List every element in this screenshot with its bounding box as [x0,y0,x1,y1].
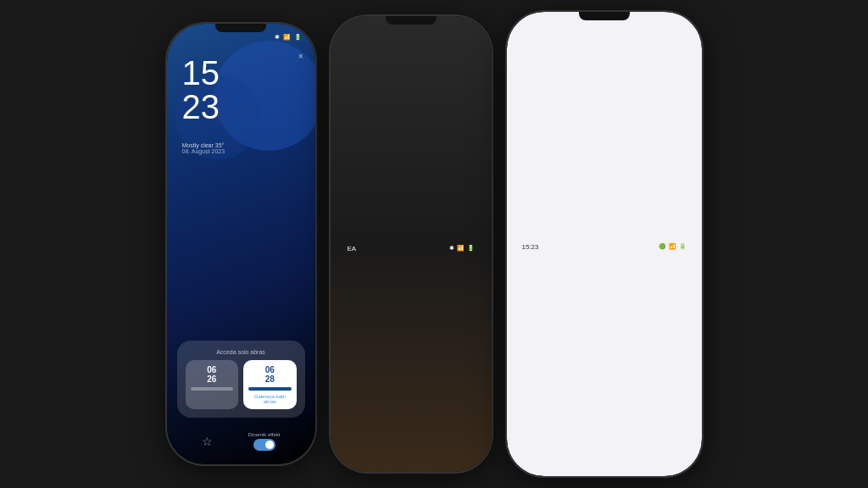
card2-label: Galereya kabi abras [248,394,292,404]
star-icon[interactable]: ☆ [202,435,213,448]
phone-lockscreen: ✱ 📶 🔋 × 15 23 Mostly clear 35° 08. Augus… [167,24,315,464]
card2-time: 06 [265,365,275,374]
card1-bar [191,387,234,391]
widget-card-2[interactable]: 06 28 Galereya kabi abras [243,360,297,409]
wifi-icon: 📶 [457,245,465,252]
dynamic-toggle[interactable] [253,439,275,451]
green-dot-icon: 🟢 [659,243,666,250]
settings-status-icons: 🟢 📶 🔋 [659,243,687,250]
widget-card-1[interactable]: 06 26 [186,360,239,409]
dynamic-label: Dinamik effekt [248,432,281,437]
close-icon: × [298,52,303,61]
card1-time: 06 [207,365,216,374]
weather-display: Mostly clear 35° 08. August 2023 [182,142,225,154]
widget-cards: 06 26 06 28 Galereya kabi abras [186,360,297,409]
lock-time-display: 15 23 [182,56,220,124]
dynamic-effect-control: Dinamik effekt [248,432,281,451]
settings-time: 15:23 [522,243,539,251]
phone-control-center: EA ✱ 📶 🔋 15:23 Tuesday, August 08 📅 📷 💧 … [331,16,492,472]
widget-panel: Acceda solo abras 06 26 06 28 Galereya k… [177,341,305,418]
bt-icon: ✱ [449,245,454,252]
settings-status-bar: 15:23 🟢 📶 🔋 [507,12,702,476]
cc-status-icons: ✱ 📶 🔋 [449,245,475,252]
weather-text: Mostly clear 35° [182,142,225,148]
widget-panel-title: Acceda solo abras [186,349,297,355]
hour-display: 15 [182,56,220,90]
date-text: 08. August 2023 [182,148,225,154]
card2-date: 28 [265,374,275,384]
card2-bar [248,387,292,391]
wifi-settings-icon: 📶 [669,243,676,250]
battery-icon: 🔋 [467,245,475,252]
cc-status-bar: EA ✱ 📶 🔋 [331,16,492,472]
carrier-label: EA [348,245,357,252]
minute-display: 23 [182,90,220,124]
close-button[interactable]: × [298,47,303,63]
battery-settings-icon: 🔋 [679,243,687,250]
phone-settings: 15:23 🟢 📶 🔋 Settings 🔍 Search settings M… [507,12,702,476]
card1-date: 26 [207,374,216,384]
bottom-controls: ☆ Dinamik effekt [167,432,315,451]
